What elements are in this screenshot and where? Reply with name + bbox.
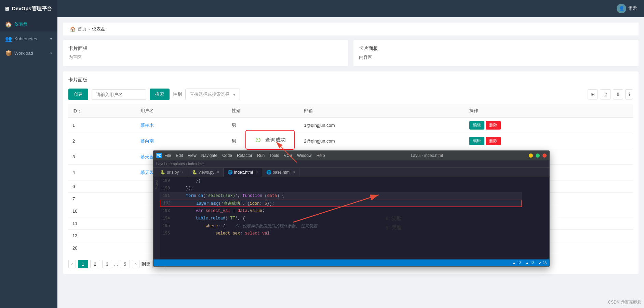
page-2-button[interactable]: 2 xyxy=(90,260,100,268)
grid-view-button[interactable]: ⊞ xyxy=(588,89,598,99)
chevron-down-icon-select: ▾ xyxy=(233,92,236,97)
ok-count: ✔ 28 xyxy=(538,261,547,265)
print-button[interactable]: 🖨 xyxy=(600,89,611,99)
page-1-button[interactable]: 1 xyxy=(78,260,88,268)
cell-email: 2@qingjun.com xyxy=(300,133,465,149)
topbar: 👤 零君 xyxy=(57,0,644,17)
cell-id: 10 xyxy=(68,205,136,217)
cell-id: 1 xyxy=(68,118,136,133)
avatar: 👤 xyxy=(617,4,626,13)
username-input[interactable] xyxy=(92,89,146,100)
cell-id: 2 xyxy=(68,133,136,149)
toolbar: 创建 搜索 性别 直接选择或搜索选择 ▾ ⊞ 🖨 ⬇ ℹ xyxy=(68,89,633,100)
page-3-button[interactable]: 3 xyxy=(102,260,112,268)
ide-status-bar: ▲ 13 ▲ 13 ✔ 28 xyxy=(153,259,549,266)
app-title: DevOps管理平台 xyxy=(12,5,52,12)
card-1: 卡片面板 内容区 xyxy=(63,40,348,66)
cell-id: 7 xyxy=(68,193,136,205)
logo-icon: 🖥 xyxy=(4,6,9,12)
info-button[interactable]: ℹ xyxy=(625,89,633,99)
card-1-title: 卡片面板 xyxy=(68,45,343,52)
sidebar: 🖥 DevOps管理平台 🏠 仪表盘 👥 Kubernetes ▾ 📦 Work… xyxy=(0,0,57,308)
page-content: 🏠 首页 › 仪表盘 卡片面板 内容区 卡片面板 内容区 卡片面板 创建 搜索 xyxy=(57,17,644,308)
delete-button[interactable]: 删除 xyxy=(486,137,501,145)
close-tab-views[interactable]: × xyxy=(217,170,219,174)
tab-label: urls.py xyxy=(167,170,179,175)
search-button[interactable]: 搜索 xyxy=(150,89,170,100)
tab-index-html[interactable]: 🌐 index.html × xyxy=(224,168,262,177)
table-row: 2 慕向南 男 2@qingjun.com 编辑删除 xyxy=(68,133,633,149)
cell-id: 20 xyxy=(68,242,136,254)
gender-select-value: 直接选择或搜索选择 xyxy=(190,91,230,97)
page-5-button[interactable]: 5 xyxy=(120,260,130,268)
code-line-189: 189 }) xyxy=(160,177,522,185)
card-2-body: 内容区 xyxy=(359,54,633,61)
user-info: 👤 零君 xyxy=(617,4,637,13)
gender-label: 性别 xyxy=(173,91,182,97)
annotation-arrow xyxy=(269,138,310,166)
ide-path-bar: Layui › templates › index.html xyxy=(153,160,549,168)
svg-line-1 xyxy=(276,142,297,162)
chevron-down-icon: ▾ xyxy=(50,37,52,41)
table-card-title: 卡片面板 xyxy=(68,77,633,83)
edit-button[interactable]: 编辑 xyxy=(469,137,484,145)
workload-icon: 📦 xyxy=(5,50,12,56)
menu-edit[interactable]: Edit xyxy=(176,153,183,158)
close-tab-base[interactable]: × xyxy=(293,170,295,174)
cell-id: 11 xyxy=(68,217,136,230)
create-button[interactable]: 创建 xyxy=(68,89,88,100)
breadcrumb-sep: › xyxy=(89,27,90,32)
menu-file[interactable]: File xyxy=(164,153,171,158)
menu-help[interactable]: Help xyxy=(317,153,325,158)
minimize-button[interactable]: − xyxy=(529,153,533,158)
project-panel-label[interactable]: Project xyxy=(155,180,158,189)
menu-view[interactable]: View xyxy=(188,153,197,158)
cell-action: 编辑删除 xyxy=(465,118,633,133)
csdn-watermark: CSDN @百嘉卿君 xyxy=(608,299,641,305)
prev-page-button[interactable]: ‹ xyxy=(68,260,76,268)
delete-button[interactable]: 删除 xyxy=(486,121,501,130)
sidebar-item-label-dashboard: 仪表盘 xyxy=(14,21,52,27)
menu-run[interactable]: Run xyxy=(257,153,265,158)
tab-label-views: views.py xyxy=(199,170,214,175)
code-line-196: 196 select_sex: select_val xyxy=(160,230,522,237)
close-button[interactable]: × xyxy=(542,153,547,158)
card-2-title: 卡片面板 xyxy=(359,45,633,52)
ide-titlebar: PC File Edit View Navigate Code Refactor… xyxy=(153,151,549,160)
close-tab-index[interactable]: × xyxy=(256,170,258,174)
chevron-down-icon-workload: ▾ xyxy=(50,51,52,55)
cell-id: 4 xyxy=(68,165,136,180)
code-to-popup-arrow xyxy=(290,188,392,229)
tab-views-py[interactable]: 🐍 views.py × xyxy=(188,168,224,177)
col-username: 用户名 xyxy=(136,104,227,118)
menu-refactor[interactable]: Refactor xyxy=(237,153,252,158)
cell-action: 编辑删除 xyxy=(465,133,633,149)
menu-code[interactable]: Code xyxy=(222,153,232,158)
edit-button[interactable]: 编辑 xyxy=(469,121,484,130)
menu-navigate[interactable]: Navigate xyxy=(201,153,217,158)
col-id: ID ↕ xyxy=(68,104,136,118)
restore-button[interactable]: □ xyxy=(536,153,540,158)
page-ellipsis: ... xyxy=(114,262,118,267)
sidebar-item-dashboard[interactable]: 🏠 仪表盘 xyxy=(0,17,57,31)
tab-icon-index: 🌐 xyxy=(228,170,233,175)
close-tab-urls[interactable]: × xyxy=(182,170,184,174)
sidebar-item-workload[interactable]: 📦 Workload ▾ xyxy=(0,46,57,60)
tab-base-html[interactable]: 🌐 base.html × xyxy=(262,168,300,177)
app-logo: 🖥 DevOps管理平台 xyxy=(0,0,57,17)
ide-window-controls: − □ × xyxy=(529,153,547,158)
next-page-button[interactable]: › xyxy=(132,260,139,268)
gender-select[interactable]: 直接选择或搜索选择 ▾ xyxy=(185,89,240,100)
cell-id: 3 xyxy=(68,149,136,165)
tab-label-base: base.html xyxy=(273,170,291,175)
sidebar-item-kubernetes[interactable]: 👥 Kubernetes ▾ xyxy=(0,31,57,46)
tab-icon: 🐍 xyxy=(160,170,165,175)
cell-id: 13 xyxy=(68,230,136,242)
col-gender: 性别 xyxy=(228,104,300,118)
error-count: ▲ 13 xyxy=(525,261,534,265)
tab-urls-py[interactable]: 🐍 urls.py × xyxy=(156,168,188,177)
export-button[interactable]: ⬇ xyxy=(613,89,623,99)
username-display: 零君 xyxy=(628,5,637,12)
home-icon: 🏠 xyxy=(5,21,12,27)
svg-line-3 xyxy=(293,195,379,222)
